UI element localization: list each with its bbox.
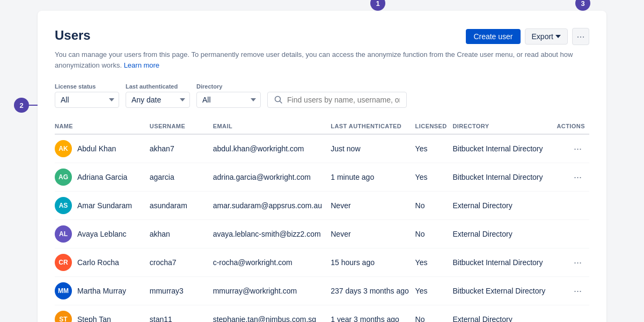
email-cell: c-rocha@workright.com xyxy=(213,248,331,277)
license-status-label: License status xyxy=(55,83,119,90)
last-auth-cell: Never xyxy=(331,192,415,220)
user-name-cell: AG Adriana Garcia xyxy=(55,163,150,192)
annotation-badge-3: 3 xyxy=(575,0,590,11)
actions-cell: ··· xyxy=(557,163,589,192)
row-actions-button[interactable]: ··· xyxy=(570,256,585,269)
col-actions: Actions xyxy=(557,119,589,134)
users-table: Name Username Email Last authenticated L… xyxy=(55,119,589,322)
col-name: Name xyxy=(55,119,150,134)
email-cell: mmurray@workright.com xyxy=(213,277,331,305)
users-card: Users Create user Export ··· You can man… xyxy=(38,11,606,322)
directory-select[interactable]: All xyxy=(196,92,261,108)
directory-cell: Bitbucket Internal Directory xyxy=(452,134,557,163)
directory-cell: Bitbucket Internal Directory xyxy=(452,163,557,192)
email-cell: abdul.khan@workright.com xyxy=(213,134,331,163)
col-directory: Directory xyxy=(452,119,557,134)
filters-row: License status All Last authenticated An… xyxy=(55,83,589,108)
last-authenticated-label: Last authenticated xyxy=(126,83,190,90)
actions-cell: ··· xyxy=(557,277,589,305)
directory-cell: External Directory xyxy=(452,220,557,248)
user-name-cell: MM Martha Murray xyxy=(55,277,150,305)
avatar: AK xyxy=(55,140,72,157)
last-auth-cell: 15 hours ago xyxy=(331,248,415,277)
username-cell: akhan xyxy=(150,220,213,248)
directory-label: Directory xyxy=(196,83,261,90)
row-actions-button[interactable]: ··· xyxy=(570,142,585,156)
licensed-cell: No xyxy=(415,305,453,323)
last-auth-cell: 1 minute ago xyxy=(331,163,415,192)
search-box[interactable] xyxy=(267,92,407,108)
last-auth-cell: 1 year 3 months ago xyxy=(331,305,415,323)
more-options-button[interactable]: ··· xyxy=(572,28,589,45)
directory-cell: External Directory xyxy=(452,192,557,220)
licensed-cell: No xyxy=(415,220,453,248)
create-user-button[interactable]: Create user xyxy=(466,29,520,44)
last-auth-cell: Never xyxy=(331,220,415,248)
licensed-cell: No xyxy=(415,192,453,220)
page-header: Users Create user Export ··· xyxy=(55,28,589,45)
username-cell: akhan7 xyxy=(150,134,213,163)
learn-more-link[interactable]: Learn more xyxy=(124,61,159,69)
row-actions-button[interactable]: ··· xyxy=(570,284,585,298)
export-button[interactable]: Export xyxy=(525,28,568,45)
last-authenticated-select[interactable]: Any date xyxy=(126,92,190,108)
avatar: AL xyxy=(55,225,72,243)
chevron-down-icon xyxy=(555,35,561,38)
header-actions: Create user Export ··· xyxy=(466,28,589,45)
table-row: ST Steph Tan stan11 stephanie.tan@nimbus… xyxy=(55,305,589,323)
table-row: AS Amar Sundaram asundaram amar.sudaram@… xyxy=(55,192,589,220)
user-name-cell: AK Abdul Khan xyxy=(55,134,150,163)
col-last-auth: Last authenticated xyxy=(331,119,415,134)
email-cell: adrina.garcia@workright.com xyxy=(213,163,331,192)
user-name-cell: ST Steph Tan xyxy=(55,305,150,323)
email-cell: stephanie.tan@nimbus.com.sg xyxy=(213,305,331,323)
actions-cell: ··· xyxy=(557,134,589,163)
username-cell: crocha7 xyxy=(150,248,213,277)
col-username: Username xyxy=(150,119,213,134)
actions-cell xyxy=(557,220,589,248)
actions-cell xyxy=(557,192,589,220)
table-row: AG Adriana Garcia agarcia adrina.garcia@… xyxy=(55,163,589,192)
last-auth-cell: Just now xyxy=(331,134,415,163)
table-row: AK Abdul Khan akhan7 abdul.khan@workrigh… xyxy=(55,134,589,163)
directory-cell: External Directory xyxy=(452,305,557,323)
row-actions-button[interactable]: ··· xyxy=(570,171,585,184)
annotation-badge-1: 1 xyxy=(370,0,385,11)
col-licensed: Licensed xyxy=(415,119,453,134)
actions-cell xyxy=(557,305,589,323)
table-row: CR Carlo Rocha crocha7 c-rocha@workright… xyxy=(55,248,589,277)
username-cell: agarcia xyxy=(150,163,213,192)
user-name-cell: AS Amar Sundaram xyxy=(55,192,150,220)
username-cell: stan11 xyxy=(150,305,213,323)
directory-cell: Bitbucket External Directory xyxy=(452,277,557,305)
svg-line-1 xyxy=(280,101,282,104)
page-title: Users xyxy=(55,28,91,43)
license-status-select[interactable]: All xyxy=(55,92,119,108)
last-auth-cell: 237 days 3 months ago xyxy=(331,277,415,305)
col-email: Email xyxy=(213,119,331,134)
user-name-cell: CR Carlo Rocha xyxy=(55,248,150,277)
page-description: You can manage your users from this page… xyxy=(55,49,589,70)
last-authenticated-filter: Last authenticated Any date xyxy=(126,83,190,108)
table-row: MM Martha Murray mmurray3 mmurray@workri… xyxy=(55,277,589,305)
search-input[interactable] xyxy=(287,96,400,104)
license-status-filter: License status All xyxy=(55,83,119,108)
actions-cell: ··· xyxy=(557,248,589,277)
username-cell: mmurray3 xyxy=(150,277,213,305)
table-row: AL Avaya Leblanc akhan avaya.leblanc-smi… xyxy=(55,220,589,248)
email-cell: avaya.leblanc-smith@bizz2.com xyxy=(213,220,331,248)
email-cell: amar.sudaram@appsrus.com.au xyxy=(213,192,331,220)
avatar: AG xyxy=(55,169,72,186)
avatar: AS xyxy=(55,197,72,214)
licensed-cell: Yes xyxy=(415,277,453,305)
annotation-badge-2: 2 xyxy=(14,98,29,113)
user-name-cell: AL Avaya Leblanc xyxy=(55,220,150,248)
licensed-cell: Yes xyxy=(415,134,453,163)
search-icon xyxy=(274,96,283,104)
avatar: MM xyxy=(55,282,72,299)
directory-filter: Directory All xyxy=(196,83,261,108)
username-cell: asundaram xyxy=(150,192,213,220)
directory-cell: Bitbucket Internal Directory xyxy=(452,248,557,277)
licensed-cell: Yes xyxy=(415,163,453,192)
avatar: CR xyxy=(55,254,72,271)
